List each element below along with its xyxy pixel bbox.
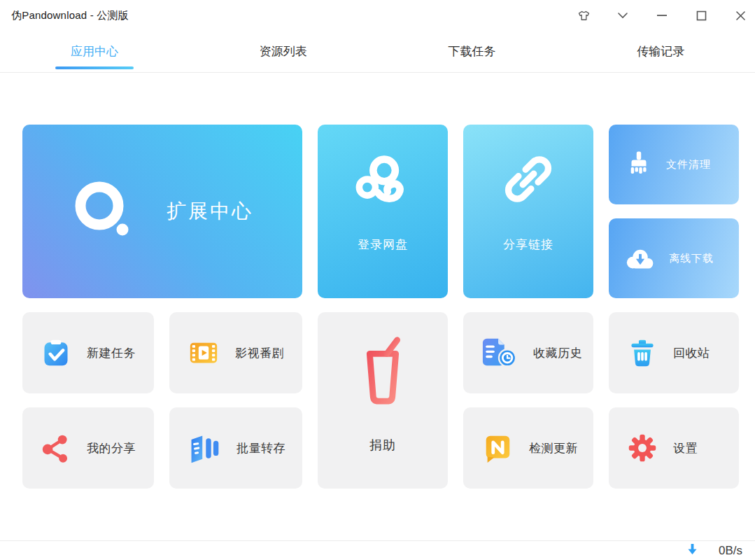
tile-label: 收藏历史	[533, 345, 582, 361]
collapse-button[interactable]	[615, 8, 630, 23]
tile-label: 我的分享	[87, 440, 136, 456]
drink-cup-icon	[349, 332, 416, 409]
tab-app-center[interactable]: 应用中心	[0, 31, 189, 72]
chain-link-icon	[501, 151, 556, 207]
tile-label: 新建任务	[87, 345, 136, 361]
tile-label: 回收站	[673, 345, 710, 361]
title-bar: 伪Pandownload - 公测版	[0, 0, 755, 31]
tile-share-link[interactable]: 分享链接	[463, 125, 593, 298]
share-nodes-icon	[41, 433, 71, 463]
tile-my-shares[interactable]: 我的分享	[22, 407, 154, 489]
tile-settings[interactable]: 设置	[609, 407, 739, 489]
document-clock-icon	[481, 337, 518, 369]
broom-icon	[624, 150, 654, 179]
clipboard-check-icon	[41, 337, 71, 368]
window-controls	[552, 8, 748, 23]
tile-favorites-history[interactable]: 收藏历史	[463, 312, 593, 393]
tile-label: 文件清理	[666, 158, 711, 172]
tile-label: 设置	[673, 440, 698, 456]
app-center-grid: 扩展中心 登录网盘 分享链接	[22, 125, 740, 489]
minimize-button[interactable]	[654, 8, 670, 23]
tile-extension-center[interactable]: 扩展中心	[22, 125, 302, 298]
tile-offline-download[interactable]: 离线下载	[609, 218, 739, 298]
tile-check-update[interactable]: 检测更新	[463, 407, 593, 489]
baidu-cloud-icon	[353, 151, 413, 207]
tile-donate[interactable]: 捐助	[318, 312, 448, 489]
n-badge-icon	[481, 432, 514, 464]
theme-button[interactable]	[576, 8, 591, 23]
tile-label: 离线下载	[669, 252, 714, 265]
shirt-icon	[577, 10, 591, 22]
ring-logo-icon	[71, 179, 136, 244]
tile-login-pan[interactable]: 登录网盘	[318, 125, 448, 298]
chevron-down-icon	[616, 11, 629, 20]
download-speed-icon	[687, 543, 698, 558]
close-button[interactable]	[733, 8, 748, 23]
cloud-download-icon	[624, 246, 656, 271]
tile-label: 捐助	[369, 437, 396, 454]
active-tab-underline	[55, 66, 134, 69]
minimize-icon	[656, 14, 668, 17]
download-speed-value: 0B/s	[719, 544, 742, 558]
tile-recycle-bin[interactable]: 回收站	[609, 312, 739, 393]
window-title: 伪Pandownload - 公测版	[11, 9, 129, 22]
tab-label: 下载任务	[448, 43, 495, 59]
tab-label: 资源列表	[260, 43, 307, 59]
tile-new-task[interactable]: 新建任务	[22, 312, 154, 393]
film-play-icon	[188, 337, 220, 369]
tab-bar: 应用中心 资源列表 下载任务 传输记录	[0, 31, 755, 73]
gear-icon	[627, 433, 658, 463]
tab-label: 传输记录	[637, 43, 684, 59]
tab-resource-list[interactable]: 资源列表	[189, 31, 378, 72]
status-bar: 0B/s	[0, 540, 755, 560]
close-icon	[735, 10, 746, 21]
tile-label: 登录网盘	[358, 237, 408, 253]
tile-batch-transfer[interactable]: 批量转存	[169, 407, 302, 489]
maximize-button[interactable]	[693, 8, 709, 23]
tile-video-series[interactable]: 影视番剧	[169, 312, 302, 393]
trash-icon	[627, 337, 658, 368]
tab-download-tasks[interactable]: 下载任务	[378, 31, 567, 72]
tile-label: 影视番剧	[235, 345, 284, 361]
tab-transfer-history[interactable]: 传输记录	[566, 31, 755, 72]
tile-label: 扩展中心	[167, 198, 253, 225]
maximize-icon	[696, 10, 707, 21]
tab-label: 应用中心	[71, 43, 118, 59]
tile-label: 检测更新	[529, 440, 578, 456]
book-bars-icon	[188, 433, 221, 463]
tile-label: 批量转存	[237, 440, 285, 456]
tile-file-cleanup[interactable]: 文件清理	[609, 125, 739, 204]
tile-label: 分享链接	[503, 237, 553, 253]
